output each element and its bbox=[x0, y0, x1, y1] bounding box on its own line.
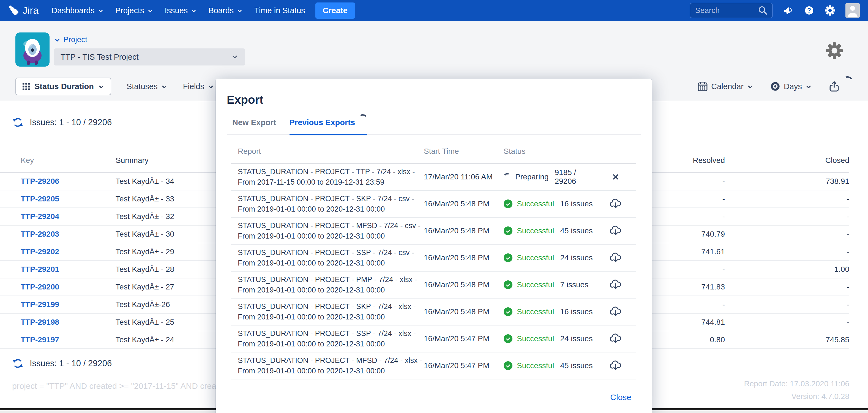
refresh-icon[interactable] bbox=[12, 358, 24, 369]
tab-new-export[interactable]: New Export bbox=[232, 118, 276, 135]
download-export-icon[interactable] bbox=[609, 332, 622, 345]
issue-closed-value: - bbox=[725, 300, 849, 309]
download-export-icon[interactable] bbox=[609, 305, 622, 318]
search-icon[interactable] bbox=[757, 5, 768, 16]
issue-key-link[interactable]: TTP-29198 bbox=[21, 318, 59, 326]
tab-label: Previous Exports bbox=[289, 118, 355, 127]
refresh-icon[interactable] bbox=[12, 117, 24, 128]
column-header-status: Status bbox=[504, 147, 595, 156]
close-button[interactable]: Close bbox=[610, 393, 631, 402]
jira-brand[interactable]: Jira bbox=[8, 5, 38, 16]
report-settings-gear-icon[interactable] bbox=[826, 42, 843, 59]
megaphone-icon[interactable] bbox=[783, 5, 794, 16]
export-report-range: From 2019-01-01 00:00 to 2020-12-31 00:0… bbox=[238, 366, 424, 376]
export-status-count: 16 issues bbox=[560, 307, 592, 316]
issues-count-header: Issues: 1 - 10 / 29206 bbox=[12, 117, 112, 128]
issue-closed-value: - bbox=[725, 283, 849, 291]
tab-previous-exports[interactable]: Previous Exports bbox=[289, 118, 367, 135]
export-status-count: 45 issues bbox=[560, 226, 592, 235]
search-input[interactable] bbox=[695, 6, 757, 15]
export-share-button[interactable] bbox=[828, 81, 852, 92]
chevron-down-icon bbox=[98, 84, 104, 90]
issue-key-link[interactable]: TTP-29200 bbox=[21, 283, 59, 291]
issues-count-text: Issues: 1 - 10 / 29206 bbox=[30, 358, 112, 369]
export-start-time: 16/Mar/20 5:48 PM bbox=[424, 307, 504, 316]
issue-closed-value: 745.85 bbox=[725, 336, 849, 344]
issue-key-link[interactable]: TTP-29197 bbox=[21, 336, 59, 344]
issue-key-link[interactable]: TTP-29205 bbox=[21, 194, 59, 203]
download-export-icon[interactable] bbox=[609, 251, 622, 264]
column-header-key[interactable]: Key bbox=[0, 156, 116, 165]
settings-gear-icon[interactable] bbox=[825, 5, 836, 16]
export-report-name: STATUS_DURATION - PROJECT - MFSD - 7/24 … bbox=[238, 220, 424, 231]
nav-item-dashboards[interactable]: Dashboards bbox=[46, 0, 109, 21]
issue-key-link[interactable]: TTP-29206 bbox=[21, 177, 59, 186]
success-check-icon bbox=[504, 307, 513, 316]
version-text: Version: 4.7.0.28 bbox=[744, 390, 849, 403]
nav-item-boards[interactable]: Boards bbox=[203, 0, 249, 21]
export-status-label: Successful bbox=[517, 307, 554, 316]
column-header-report: Report bbox=[231, 147, 424, 156]
export-status-count: 16 issues bbox=[560, 199, 592, 208]
chevron-down-icon bbox=[161, 84, 167, 90]
export-report-range: From 2019-01-01 00:00 to 2020-12-31 00:0… bbox=[238, 204, 424, 214]
project-label[interactable]: Project bbox=[54, 35, 87, 44]
column-header-closed[interactable]: Closed bbox=[725, 156, 849, 165]
calendar-dropdown[interactable]: Calendar bbox=[698, 81, 753, 92]
export-report-range: From 2019-01-01 00:00 to 2020-12-31 00:0… bbox=[238, 231, 424, 241]
export-start-time: 16/Mar/20 5:47 PM bbox=[424, 334, 504, 343]
issue-key-link[interactable]: TTP-29204 bbox=[21, 212, 59, 221]
issue-closed-value: 1.00 bbox=[725, 265, 849, 274]
chevron-down-icon bbox=[805, 84, 812, 90]
success-check-icon bbox=[504, 226, 513, 235]
download-export-icon[interactable] bbox=[609, 197, 622, 211]
issue-closed-value: 738.91 bbox=[725, 177, 849, 186]
status-duration-label: Status Duration bbox=[34, 82, 94, 91]
nav-item-projects[interactable]: Projects bbox=[110, 0, 159, 21]
calendar-label: Calendar bbox=[711, 82, 744, 91]
nav-item-issues[interactable]: Issues bbox=[159, 0, 203, 21]
exports-table: Report Start Time Status STATUS_DURATION… bbox=[231, 135, 636, 379]
chevron-down-icon bbox=[237, 8, 243, 14]
issue-resolved-value: - bbox=[642, 300, 725, 309]
fields-dropdown[interactable]: Fields bbox=[183, 82, 214, 91]
column-header-start-time: Start Time bbox=[424, 147, 504, 156]
download-export-icon[interactable] bbox=[609, 224, 622, 237]
download-export-icon[interactable] bbox=[609, 278, 622, 291]
export-status-label: Successful bbox=[517, 199, 554, 208]
export-start-time: 17/Mar/20 11:06 AM bbox=[424, 172, 504, 181]
calendar-icon bbox=[698, 81, 708, 92]
project-select[interactable]: TTP - TIS Test Project bbox=[54, 49, 245, 65]
search-box[interactable] bbox=[690, 3, 773, 18]
cancel-export-icon[interactable] bbox=[611, 172, 620, 182]
success-check-icon bbox=[504, 253, 513, 262]
issue-resolved-value: - bbox=[642, 194, 725, 203]
issue-key-link[interactable]: TTP-29201 bbox=[21, 265, 59, 274]
export-row: STATUS_DURATION - PROJECT - MFSD - 7/24 … bbox=[231, 352, 636, 379]
download-export-icon[interactable] bbox=[609, 359, 622, 372]
export-status-label: Successful bbox=[517, 253, 554, 262]
user-avatar[interactable] bbox=[845, 3, 860, 18]
create-button[interactable]: Create bbox=[315, 2, 355, 19]
export-report-range: From 2019-01-01 00:00 to 2020-12-31 00:0… bbox=[238, 258, 424, 268]
statuses-dropdown[interactable]: Statuses bbox=[127, 82, 167, 91]
issue-key-link[interactable]: TTP-29203 bbox=[21, 230, 59, 238]
export-start-time: 16/Mar/20 5:48 PM bbox=[424, 253, 504, 262]
export-report-name: STATUS_DURATION - PROJECT - TTP - 7/24 -… bbox=[238, 166, 424, 177]
export-status-count: 9185 / 29206 bbox=[555, 168, 595, 186]
export-report-name: STATUS_DURATION - PROJECT - PMP - 7/24 -… bbox=[238, 274, 424, 285]
nav-item-time-in-status[interactable]: Time in Status bbox=[249, 0, 311, 21]
issue-key-link[interactable]: TTP-29202 bbox=[21, 247, 59, 256]
issue-resolved-value: 741.83 bbox=[642, 283, 725, 291]
chevron-down-icon bbox=[191, 8, 197, 14]
status-duration-button[interactable]: Status Duration bbox=[16, 77, 111, 95]
nav-right: ? bbox=[690, 3, 860, 18]
days-dropdown[interactable]: Days bbox=[770, 81, 812, 92]
export-status-count: 45 issues bbox=[560, 361, 592, 370]
help-icon[interactable]: ? bbox=[804, 5, 815, 16]
export-report-range: From 2017-11-15 00:00 to 2019-12-31 23:5… bbox=[238, 177, 424, 187]
column-header-resolved[interactable]: Resolved bbox=[642, 156, 725, 165]
jira-logo-icon bbox=[8, 5, 19, 16]
issue-key-link[interactable]: TTP-29199 bbox=[21, 300, 59, 309]
modal-tabs: New Export Previous Exports bbox=[227, 118, 641, 135]
